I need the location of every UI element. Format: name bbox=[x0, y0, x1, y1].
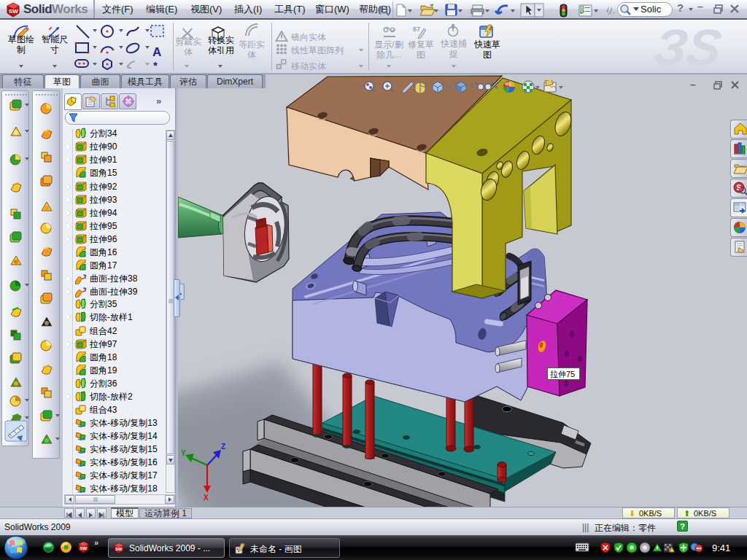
svg-text:*: * bbox=[153, 59, 158, 71]
svg-text:X: X bbox=[204, 494, 209, 502]
svg-text:Z: Z bbox=[221, 443, 225, 451]
svg-text:SW: SW bbox=[80, 546, 88, 551]
svg-text:A: A bbox=[152, 45, 161, 59]
svg-text:Y: Y bbox=[181, 449, 186, 457]
svg-text:67: 67 bbox=[413, 26, 420, 33]
svg-text:り..: り.. bbox=[605, 6, 615, 15]
svg-text:SW: SW bbox=[9, 8, 18, 15]
svg-text:SW: SW bbox=[115, 547, 123, 551]
